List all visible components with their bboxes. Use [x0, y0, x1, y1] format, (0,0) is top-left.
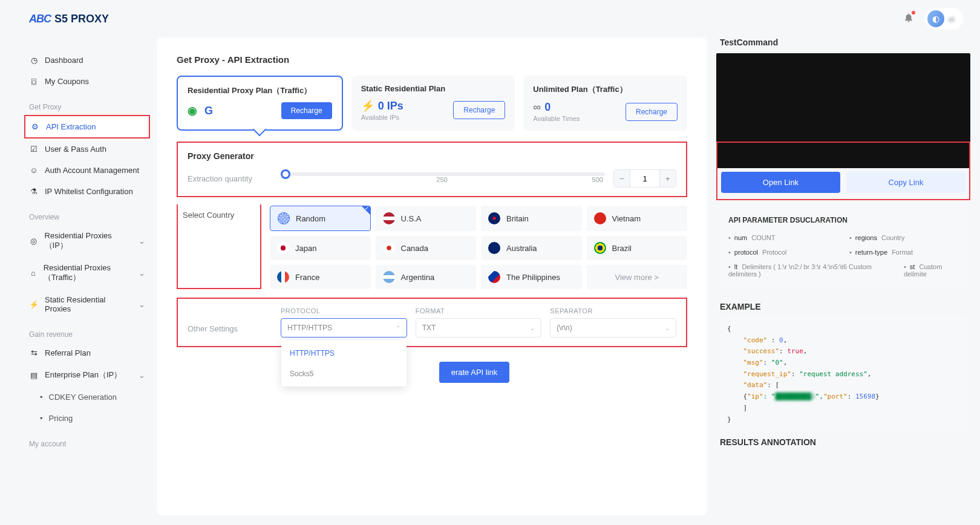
logo-mark: ABC — [29, 13, 51, 25]
quantity-stepper: − + — [613, 169, 676, 188]
api-parameters: API PARAMETER DSUCLARATION •num COUNT •r… — [720, 209, 967, 289]
increment-button[interactable]: + — [660, 170, 676, 187]
format-select[interactable]: TXT ⌄ — [416, 318, 542, 338]
sidebar: ◷Dashboard ⌼My Coupons Get Proxy ⚙API Ex… — [0, 0, 157, 525]
home-icon: ⌂ — [29, 269, 38, 278]
logo-text: S5 PROXY — [54, 13, 109, 25]
results-annotation-title: RESULTS ANNOTATION — [720, 437, 967, 447]
section-title: Proxy Generator — [188, 151, 676, 161]
sidebar-section-account: My account — [24, 429, 150, 452]
main-panel: Get Proxy - API Extraction Residential P… — [157, 38, 707, 515]
bolt-icon: ⚡ — [361, 99, 374, 112]
country-philippines[interactable]: The Philippines — [481, 265, 582, 289]
bolt-icon: ⚡ — [29, 300, 39, 309]
open-link-button[interactable]: Open Link — [721, 172, 840, 193]
country-australia[interactable]: Australia — [481, 236, 582, 260]
decrement-button[interactable]: − — [614, 170, 630, 187]
plan-residential-traffic[interactable]: Residential Proxy Plan（Traffic） ◉ G Rech… — [177, 76, 343, 131]
country-vietnam[interactable]: Vietnam — [587, 206, 688, 231]
country-argentina[interactable]: Argentina — [376, 265, 477, 289]
protocol-option-socks5[interactable]: Socks5 — [281, 364, 407, 384]
sidebar-item-static-res[interactable]: ⚡Static Residential Proxies⌄ — [24, 289, 150, 319]
params-title: API PARAMETER DSUCLARATION — [728, 216, 958, 224]
chevron-down-icon: ⌄ — [530, 325, 535, 331]
country-britain[interactable]: Britain — [481, 206, 582, 231]
flag-vietnam-icon — [594, 212, 606, 224]
right-panel: TestCommand Open Link Copy Link API PARA… — [716, 38, 970, 515]
building-icon: ▤ — [29, 371, 39, 380]
quantity-slider[interactable]: 250 500 — [281, 172, 605, 184]
chevron-down-icon: ⌄ — [139, 300, 145, 309]
sidebar-item-api-extraction[interactable]: ⚙API Extraction — [24, 115, 150, 139]
country-random[interactable]: Random — [270, 206, 371, 231]
flag-australia-icon — [488, 242, 500, 254]
page-title: Get Proxy - API Extraction — [177, 54, 687, 65]
sidebar-item-referral[interactable]: ⇆Referral Plan — [24, 342, 150, 364]
plan-static[interactable]: Static Residential Plan ⚡0 IPsAvailable … — [351, 76, 515, 131]
flag-japan-icon — [277, 242, 289, 254]
country-france[interactable]: France — [270, 265, 371, 289]
flag-argentina-icon — [383, 271, 395, 283]
other-settings-section: Other Settings PROTOCOL HTTP/HTTPS ⌃ HTT… — [177, 298, 687, 347]
flag-usa-icon — [383, 212, 395, 224]
header: ABC S5 PROXY ◐ at — [0, 0, 980, 38]
pin-icon: ◎ — [29, 236, 39, 246]
country-brazil[interactable]: Brazil — [587, 236, 688, 260]
user-menu[interactable]: ◐ at — [925, 8, 963, 30]
country-japan[interactable]: Japan — [270, 236, 371, 260]
country-view-more[interactable]: View more > — [587, 265, 688, 289]
gauge-icon: ◷ — [29, 56, 39, 65]
sidebar-item-dashboard[interactable]: ◷Dashboard — [24, 50, 150, 71]
country-label: Select Country — [177, 204, 261, 289]
protocol-option-http[interactable]: HTTP/HTTPS — [281, 343, 407, 364]
country-canada[interactable]: Canada — [376, 236, 477, 260]
sidebar-item-ip-whitelist[interactable]: ⚗IP Whitelist Configuration — [24, 181, 150, 202]
user-icon: ☺ — [29, 166, 39, 175]
sidebar-item-pricing[interactable]: •Pricing — [24, 408, 150, 429]
quantity-input[interactable] — [630, 170, 660, 187]
copy-link-button[interactable]: Copy Link — [846, 172, 965, 193]
flag-canada-icon — [383, 242, 395, 254]
sidebar-item-enterprise[interactable]: ▤Enterprise Plan（IP）⌄ — [24, 364, 150, 386]
sidebar-section-gain: Gain revenue — [24, 319, 150, 342]
protocol-select[interactable]: HTTP/HTTPS ⌃ HTTP/HTTPS Socks5 — [281, 318, 407, 338]
sidebar-item-coupons[interactable]: ⌼My Coupons — [24, 71, 150, 92]
country-usa[interactable]: U.S.A — [376, 206, 477, 231]
recharge-button[interactable]: Recharge — [281, 102, 332, 119]
ticket-icon: ⌼ — [29, 77, 39, 86]
separator-select[interactable]: (\r\n) ⌄ — [550, 318, 676, 338]
plan-unlimited[interactable]: Unlimited Plan（Traffic） ∞0Available Time… — [523, 76, 687, 131]
example-title: EXAMPLE — [720, 302, 967, 311]
sidebar-item-user-pass[interactable]: ☑User & Pass Auth — [24, 139, 150, 160]
test-command-title: TestCommand — [720, 38, 970, 47]
flag-brazil-icon — [594, 242, 606, 254]
sidebar-item-res-ip[interactable]: ◎Residential Proxies（IP）⌄ — [24, 225, 150, 257]
sidebar-section-overview: Overview — [24, 202, 150, 225]
chevron-down-icon: ⌄ — [139, 371, 145, 380]
refresh-icon: ◉ — [188, 104, 197, 117]
logo[interactable]: ABC S5 PROXY — [29, 13, 109, 25]
bell-icon[interactable] — [903, 12, 914, 26]
flag-philippines-icon — [488, 271, 500, 283]
generate-api-link-button[interactable]: erate API link — [439, 362, 510, 383]
example-code: { "code" : 0, "success": true, "msg": "0… — [720, 316, 967, 432]
chevron-down-icon: ⌄ — [139, 236, 145, 246]
format-label: FORMAT — [416, 307, 542, 315]
avatar-label: at — [948, 15, 955, 24]
proxy-generator-section: Proxy Generator Extraction quantity 250 … — [177, 142, 687, 197]
users-icon: ⚗ — [29, 187, 39, 196]
sidebar-item-res-traffic[interactable]: ⌂Residential Proxies（Traffic）⌄ — [24, 257, 150, 289]
quantity-label: Extraction quantity — [188, 174, 272, 183]
plan-cards: Residential Proxy Plan（Traffic） ◉ G Rech… — [177, 76, 687, 131]
recharge-button[interactable]: Recharge — [626, 103, 678, 121]
country-section: Select Country Random U.S.A Britain Viet… — [177, 206, 687, 289]
sidebar-item-auth-account[interactable]: ☺Auth Account Management — [24, 160, 150, 181]
sidebar-item-cdkey[interactable]: •CDKEY Generation — [24, 386, 150, 408]
infinity-icon: ∞ — [533, 101, 541, 114]
recharge-button[interactable]: Recharge — [453, 101, 505, 119]
link-icon: ⚙ — [30, 122, 40, 131]
protocol-dropdown: HTTP/HTTPS Socks5 — [281, 341, 407, 386]
chevron-down-icon: ⌄ — [665, 325, 670, 331]
settings-label: Other Settings — [188, 307, 272, 333]
protocol-label: PROTOCOL — [281, 307, 407, 315]
